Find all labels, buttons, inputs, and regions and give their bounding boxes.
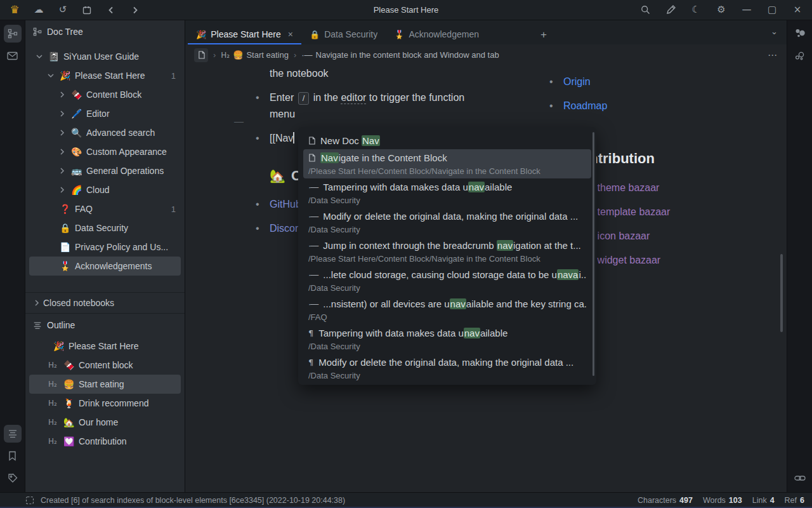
- document-tab[interactable]: 🎖️ Acknowledgemen: [386, 25, 487, 44]
- tab-label: Acknowledgemen: [409, 29, 479, 39]
- new-tab-button[interactable]: +: [532, 25, 556, 44]
- daily-note-calendar-icon[interactable]: [81, 4, 93, 16]
- doc-tree-item[interactable]: 🎖️ Acknowledgements: [29, 257, 181, 276]
- document-icon: [308, 154, 315, 162]
- outline-item[interactable]: H₂ 🍹 Drink recommend: [29, 394, 181, 413]
- outline-panel-header: Outline: [25, 314, 185, 337]
- graph-dock-icon[interactable]: [791, 25, 809, 43]
- maximize-icon[interactable]: ▢: [766, 4, 778, 16]
- tab-list-caret-icon[interactable]: ⌄: [771, 27, 778, 36]
- settings-gear-icon[interactable]: ⚙: [716, 4, 727, 16]
- kbd-slash: /: [298, 92, 310, 105]
- doc-title: Cloud: [86, 185, 110, 195]
- breadcrumb-block-segment[interactable]: ·— Navigate in the content block and Win…: [301, 50, 499, 60]
- tab-label: Data Security: [324, 29, 377, 39]
- heading-emoji-icon: 🍹: [63, 398, 79, 408]
- chevron-icon[interactable]: [60, 129, 71, 137]
- theme-moon-icon[interactable]: ☾: [690, 4, 702, 16]
- doc-tree-item[interactable]: 🚌 General Operations: [29, 161, 181, 180]
- doc-tree-item[interactable]: 🔒 Data Security: [29, 218, 181, 237]
- search-highlight: nav: [450, 298, 466, 309]
- popup-scrollbar[interactable]: [593, 132, 594, 376]
- counter: Link4: [752, 496, 775, 505]
- editor-scrollbar[interactable]: [780, 254, 783, 332]
- tab-emoji-icon: 🎉: [196, 30, 206, 39]
- external-link[interactable]: Roadmap: [563, 100, 607, 111]
- external-link[interactable]: GitHub: [270, 199, 301, 210]
- doc-emoji-icon: 🔍: [71, 128, 86, 138]
- bookmark-dock-icon[interactable]: [4, 447, 22, 465]
- heading-level-label: H₂: [221, 51, 230, 60]
- search-result-title: ·— ¶ Modify or delete the original data,…: [308, 355, 586, 370]
- edit-pencil-icon[interactable]: [665, 4, 676, 16]
- outline-item[interactable]: H₂ 🍔 Start eating: [29, 375, 181, 394]
- doc-tree-item[interactable]: 📄 Privacy Policy and Us...: [29, 237, 181, 257]
- forward-icon[interactable]: [129, 4, 141, 16]
- search-result-path: /FAQ: [308, 311, 586, 323]
- outline-item[interactable]: H₂ 🍫 Content block: [29, 356, 181, 375]
- chevron-icon[interactable]: [60, 110, 71, 117]
- breadcrumb-heading-segment[interactable]: H₂ 🍔 Start eating: [221, 50, 289, 60]
- outline-item[interactable]: H₂ 🏡 Our home: [29, 413, 181, 432]
- outline-item[interactable]: 🎉 Please Start Here: [29, 337, 181, 356]
- search-result-item[interactable]: ·— ¶ Modify or delete the original data,…: [303, 208, 591, 237]
- chevron-icon[interactable]: [60, 148, 71, 156]
- search-result-item[interactable]: ·— ¶ Tampering with data makes data unav…: [303, 324, 591, 354]
- global-graph-dock-icon[interactable]: [791, 47, 809, 65]
- closed-notebooks-row[interactable]: Closed notebooks: [25, 293, 185, 313]
- segment-emoji-icon: 🍔: [233, 50, 243, 60]
- search-result-title: ·— ¶ Jump in context through the breadcr…: [308, 238, 586, 253]
- history-icon[interactable]: ↺: [57, 4, 69, 16]
- outline-item[interactable]: H₂ 💟 Contribution: [29, 432, 181, 451]
- list-item-icon: ·—: [308, 180, 318, 194]
- doc-tree-item[interactable]: 🖊️ Editor: [29, 104, 181, 123]
- more-options-icon[interactable]: ⋯: [768, 50, 778, 61]
- external-link[interactable]: Origin: [563, 76, 591, 87]
- search-result-item[interactable]: ·— ¶ New Doc Nav: [303, 132, 591, 149]
- list-item-icon: ·—: [308, 297, 318, 311]
- text-run: Enter: [270, 92, 294, 103]
- search-result-item[interactable]: ·— ¶ Modify or delete the original data,…: [303, 354, 591, 383]
- minimize-icon[interactable]: —: [741, 4, 752, 16]
- tab-close-icon[interactable]: ×: [288, 29, 293, 39]
- search-result-item[interactable]: ·— ¶ Tampering with data makes data unav…: [303, 178, 591, 208]
- doc-tree-item[interactable]: 🎨 Custom Appearance: [29, 142, 181, 161]
- chevron-icon[interactable]: [60, 167, 71, 175]
- search-result-item[interactable]: ·— ¶ ...nsistent) or all devices are una…: [303, 295, 591, 324]
- doc-tree-item[interactable]: ❓ FAQ 1: [29, 199, 181, 218]
- search-icon[interactable]: [639, 4, 651, 16]
- ref-input-text: [[Nav: [270, 133, 293, 144]
- list-item: Go to icon bazaar: [570, 228, 773, 244]
- search-result-title: ·— ¶ Tampering with data makes data unav…: [308, 326, 586, 340]
- document-tab[interactable]: 🔒 Data Security: [301, 25, 386, 44]
- tag-dock-icon[interactable]: [4, 469, 22, 487]
- doc-tree-dock-icon[interactable]: [4, 25, 22, 43]
- search-result-item[interactable]: ·— ¶ Jump in context through the breadcr…: [303, 237, 591, 266]
- doc-tree-item[interactable]: 📓 SiYuan User Guide: [29, 47, 181, 66]
- search-result-item[interactable]: ·— ¶ ...lete cloud storage, causing clou…: [303, 266, 591, 295]
- chevron-icon[interactable]: [60, 186, 71, 194]
- block-ref-link[interactable]: editor: [341, 92, 366, 104]
- chevron-icon[interactable]: [48, 72, 60, 79]
- doc-tree-item[interactable]: 🍫 Content Block: [29, 85, 181, 104]
- document-icon[interactable]: [194, 48, 208, 62]
- chevron-icon[interactable]: [37, 53, 48, 60]
- doc-emoji-icon: 🌈: [71, 185, 86, 195]
- chevron-icon[interactable]: [60, 91, 71, 98]
- close-icon[interactable]: ×: [792, 4, 803, 16]
- outline-dock-icon[interactable]: [4, 425, 22, 443]
- cloud-sync-icon[interactable]: ☁: [33, 4, 44, 16]
- doc-tree-item[interactable]: 🌈 Cloud: [29, 180, 181, 199]
- doc-tree-item[interactable]: 🔍 Advanced search: [29, 123, 181, 142]
- back-icon[interactable]: [105, 4, 117, 16]
- document-tab[interactable]: 🎉 Please Start Here ×: [188, 25, 301, 44]
- search-result-path: /Data Security: [308, 282, 586, 294]
- backlinks-dock-icon[interactable]: [791, 469, 809, 487]
- heading-emoji-icon: 🍔: [63, 379, 79, 389]
- doc-tree-item[interactable]: 🎉 Please Start Here 1: [29, 66, 181, 85]
- text-run: in the: [313, 92, 338, 103]
- search-result-item[interactable]: ·— ¶ Navigate in the Content Block /Plea…: [303, 149, 591, 178]
- doc-title: Please Start Here: [75, 70, 145, 81]
- block-drag-handle-icon[interactable]: —: [234, 116, 244, 126]
- inbox-mail-icon[interactable]: [4, 47, 22, 65]
